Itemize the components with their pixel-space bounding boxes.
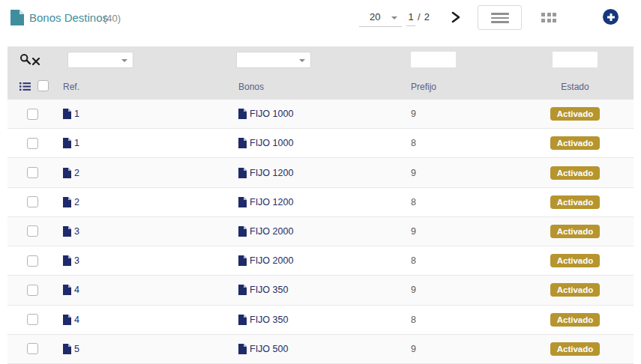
- table-row[interactable]: 1 FIJO 1000 8 Activado: [7, 129, 634, 158]
- list-view-button[interactable]: [478, 5, 522, 30]
- prefijo-filter-input[interactable]: [411, 52, 456, 67]
- chevron-down-icon: [121, 59, 127, 62]
- file-icon: [238, 109, 247, 119]
- chevron-down-icon: [299, 59, 305, 62]
- estado-badge: Activado: [550, 195, 601, 209]
- estado-badge: Activado: [550, 136, 601, 150]
- page-size-value: 20: [370, 11, 380, 22]
- record-count: (40): [103, 13, 121, 24]
- document-icon: [10, 10, 24, 25]
- pager-separator: /: [415, 9, 423, 25]
- file-icon: [238, 285, 247, 295]
- bonos-value[interactable]: FIJO 2000: [250, 255, 293, 266]
- close-icon[interactable]: [32, 55, 40, 68]
- row-checkbox[interactable]: [27, 343, 38, 354]
- row-checkbox[interactable]: [27, 138, 38, 149]
- file-icon: [63, 285, 71, 295]
- total-pages: 2: [423, 9, 431, 25]
- table-row[interactable]: 3 FIJO 2000 9 Activado: [7, 217, 634, 246]
- table-row[interactable]: 2 FIJO 1200 8 Activado: [7, 188, 634, 217]
- current-page-input[interactable]: 1: [406, 9, 415, 26]
- ref-value[interactable]: 2: [74, 197, 79, 207]
- page-size-select[interactable]: 20: [359, 9, 402, 27]
- grid-view-button[interactable]: [541, 12, 558, 23]
- header-select-cell: [7, 74, 63, 100]
- row-checkbox[interactable]: [27, 196, 38, 207]
- file-icon: [63, 109, 71, 119]
- pager: 1/2: [406, 9, 431, 27]
- estado-filter-input[interactable]: [553, 52, 598, 67]
- table-row[interactable]: 3 FIJO 2000 8 Activado: [7, 246, 634, 276]
- ref-value[interactable]: 3: [74, 255, 79, 266]
- file-icon: [238, 138, 247, 148]
- bonos-filter-select[interactable]: [236, 52, 311, 68]
- prefijo-value: 8: [411, 315, 416, 325]
- prefijo-value: 9: [411, 226, 416, 237]
- file-icon: [63, 168, 71, 178]
- table-row[interactable]: 2 FIJO 1200 9 Activado: [7, 158, 634, 187]
- column-header-prefijo[interactable]: Prefijo: [411, 82, 535, 92]
- row-checkbox[interactable]: [27, 109, 38, 120]
- estado-badge: Activado: [550, 254, 601, 267]
- row-checkbox[interactable]: [27, 285, 38, 296]
- estado-badge: Activado: [550, 313, 601, 327]
- column-header-bonos[interactable]: Bonos: [238, 82, 411, 92]
- row-checkbox[interactable]: [27, 255, 38, 267]
- page-title[interactable]: Bonos Destinos: [29, 11, 108, 24]
- grid-view-icon: [541, 13, 558, 22]
- bonos-value[interactable]: FIJO 1000: [250, 109, 293, 119]
- ref-value[interactable]: 3: [74, 226, 79, 237]
- column-header-ref[interactable]: Ref.: [63, 82, 238, 92]
- file-icon: [238, 315, 247, 325]
- prefijo-value: 9: [411, 168, 416, 178]
- search-icon[interactable]: [19, 53, 31, 68]
- table-row[interactable]: 1 FIJO 1000 9 Activado: [7, 100, 634, 129]
- select-all-checkbox[interactable]: [37, 80, 49, 91]
- estado-badge: Activado: [550, 107, 601, 121]
- add-record-button[interactable]: [603, 9, 619, 25]
- filter-header-panel: Ref. Bonos Prefijo Estado: [7, 46, 634, 100]
- chevron-right-icon: [451, 14, 461, 25]
- list-bullets-icon[interactable]: [19, 82, 31, 94]
- bonos-value[interactable]: FIJO 500: [250, 344, 288, 354]
- row-checkbox[interactable]: [27, 314, 38, 325]
- file-icon: [63, 255, 71, 266]
- estado-badge: Activado: [550, 166, 601, 180]
- bonos-value[interactable]: FIJO 1200: [250, 197, 293, 207]
- table-row[interactable]: 4 FIJO 350 9 Activado: [7, 276, 634, 305]
- bonos-value[interactable]: FIJO 2000: [250, 226, 293, 237]
- ref-value[interactable]: 4: [74, 315, 79, 325]
- file-icon: [238, 344, 247, 354]
- top-bar: Bonos Destinos (40) 20 1/2: [0, 0, 641, 46]
- column-header-estado[interactable]: Estado: [535, 82, 615, 92]
- list-view-icon: [491, 13, 509, 23]
- ref-value[interactable]: 1: [74, 138, 79, 148]
- estado-badge: Activado: [550, 283, 601, 297]
- prefijo-value: 9: [411, 344, 416, 354]
- file-icon: [238, 255, 247, 266]
- file-icon: [63, 226, 71, 237]
- row-checkbox[interactable]: [27, 167, 38, 178]
- file-icon: [63, 315, 71, 325]
- bonos-value[interactable]: FIJO 350: [250, 285, 288, 295]
- ref-value[interactable]: 1: [74, 109, 79, 119]
- prefijo-value: 8: [411, 197, 416, 207]
- ref-value[interactable]: 4: [74, 285, 79, 295]
- file-icon: [238, 226, 247, 237]
- table-row[interactable]: 4 FIJO 350 8 Activado: [7, 306, 634, 335]
- table-body: 1 FIJO 1000 9 Activado 1 FIJO 1: [7, 100, 634, 364]
- ref-value[interactable]: 2: [74, 168, 79, 178]
- bonos-value[interactable]: FIJO 1200: [250, 168, 293, 178]
- table-header-row: Ref. Bonos Prefijo Estado: [7, 74, 634, 100]
- next-page-button[interactable]: [448, 10, 464, 26]
- bonos-value[interactable]: FIJO 350: [250, 315, 288, 325]
- ref-value[interactable]: 5: [74, 344, 79, 354]
- estado-badge: Activado: [550, 342, 601, 356]
- bonos-value[interactable]: FIJO 1000: [250, 138, 293, 148]
- table-row[interactable]: 5 FIJO 500 9 Activado: [7, 335, 634, 364]
- bonos-destinos-page: Bonos Destinos (40) 20 1/2: [0, 0, 641, 364]
- prefijo-value: 8: [411, 138, 416, 148]
- row-checkbox[interactable]: [27, 225, 38, 237]
- ref-filter-select[interactable]: [67, 52, 133, 68]
- estado-badge: Activado: [550, 225, 601, 238]
